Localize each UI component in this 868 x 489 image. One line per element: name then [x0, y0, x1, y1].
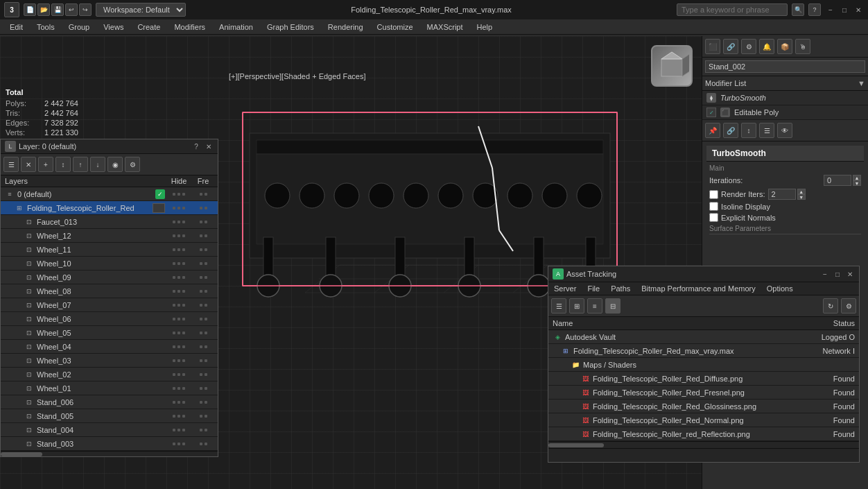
layer-row-wheel06[interactable]: ⊡Wheel_06: [1, 312, 218, 326]
new-icon[interactable]: 📄: [24, 3, 36, 16]
layer-row-wheel01[interactable]: ⊡Wheel_01: [1, 381, 218, 395]
asset-row-fresnel[interactable]: 🖼 Folding_Telescopic_Roller_Red_Fresnel.…: [548, 386, 859, 400]
layer-row-wheel05[interactable]: ⊡Wheel_05: [1, 326, 218, 340]
layers-tool-down[interactable]: ↓: [90, 157, 105, 172]
ts-renderiter-down[interactable]: ▼: [797, 194, 806, 200]
layer-row-0[interactable]: ≡ 0 (default) ✓: [1, 187, 218, 201]
layer-box-folding[interactable]: [153, 203, 165, 213]
asset-menu-file[interactable]: File: [587, 284, 600, 293]
open-icon[interactable]: 📂: [37, 3, 50, 16]
mod-check-ep[interactable]: ✓: [706, 108, 716, 117]
layers-tool-move[interactable]: ↕: [55, 157, 71, 172]
layer-row-wheel02[interactable]: ⊡Wheel_02: [1, 368, 218, 381]
asset-row-vault[interactable]: ◈ Autodesk Vault Logged O: [548, 330, 859, 344]
modifier-list-arrow[interactable]: ▼: [858, 79, 865, 87]
layers-tool-list[interactable]: ☰: [3, 157, 19, 172]
ts-iterations-arrows[interactable]: ▲ ▼: [853, 175, 861, 186]
mod-tool-display[interactable]: 👁: [777, 123, 792, 138]
modifier-editablepoly[interactable]: ✓ ⬛ Editable Poly: [702, 105, 868, 120]
layers-panel-header[interactable]: L Layer: 0 (default) ? ✕: [1, 139, 218, 154]
asset-row-reflection[interactable]: 🖼 Folding_Telescopic_Roller_red_Reflecti…: [548, 427, 859, 441]
asset-panel-close[interactable]: ✕: [845, 269, 855, 279]
layer-row-wheel09[interactable]: ⊡Wheel_09: [1, 271, 218, 284]
layer-row-stand004[interactable]: ⊡Stand_004: [1, 423, 218, 437]
menu-edit[interactable]: Edit: [3, 22, 30, 33]
rp-icon5[interactable]: 📦: [777, 39, 792, 54]
asset-tool-settings[interactable]: ⚙: [841, 298, 856, 314]
layer-row-wheel11[interactable]: ⊡Wheel_11: [1, 243, 218, 257]
ts-iterations-down[interactable]: ▼: [853, 180, 861, 186]
layers-scroll-thumb[interactable]: [1, 452, 42, 456]
help-icon[interactable]: ?: [808, 3, 821, 16]
search-input[interactable]: [677, 3, 788, 16]
layer-check-0[interactable]: ✓: [155, 189, 165, 199]
mod-tool-move[interactable]: ↕: [741, 123, 756, 138]
rp-icon1[interactable]: ⬛: [705, 39, 720, 54]
ts-renderiter-up[interactable]: ▲: [797, 189, 806, 194]
mod-tool-pin[interactable]: 📌: [705, 123, 720, 138]
ts-renderiter-input[interactable]: [768, 189, 796, 200]
layers-scrollbar[interactable]: [1, 451, 218, 456]
ts-iterations-up[interactable]: ▲: [853, 175, 861, 180]
menu-modifiers[interactable]: Modifiers: [167, 22, 212, 33]
layer-row-stand005[interactable]: ⊡Stand_005: [1, 409, 218, 423]
asset-panel-header[interactable]: A Asset Tracking − □ ✕: [548, 266, 859, 282]
asset-scrollbar-h[interactable]: [548, 441, 859, 448]
layer-row-wheel12[interactable]: ⊡Wheel_12: [1, 229, 218, 243]
rp-icon3[interactable]: ⚙: [741, 39, 756, 54]
layer-row-wheel10[interactable]: ⊡Wheel_10: [1, 257, 218, 271]
layers-panel-help[interactable]: ?: [191, 141, 201, 151]
asset-menu-paths[interactable]: Paths: [611, 284, 630, 293]
layer-row-wheel07[interactable]: ⊡Wheel_07: [1, 298, 218, 312]
workspace-selector[interactable]: Workspace: Default: [96, 3, 186, 17]
asset-menu-bitmap[interactable]: Bitmap Performance and Memory: [641, 284, 755, 293]
asset-tool-refresh[interactable]: ↻: [823, 298, 838, 314]
save-icon[interactable]: 💾: [51, 3, 64, 16]
menu-create[interactable]: Create: [130, 22, 167, 33]
minimize-button[interactable]: −: [825, 4, 836, 15]
asset-tool-grid[interactable]: ⊞: [569, 298, 584, 314]
layer-row-wheel04[interactable]: ⊡Wheel_04: [1, 340, 218, 354]
mod-tool-options[interactable]: ☰: [759, 123, 774, 138]
menu-group[interactable]: Group: [62, 22, 97, 33]
rp-icon2[interactable]: 🔗: [723, 39, 738, 54]
layer-row-wheel08[interactable]: ⊡Wheel_08: [1, 284, 218, 298]
layers-tool-up[interactable]: ↑: [73, 157, 88, 172]
layers-tool-options[interactable]: ⚙: [125, 157, 140, 172]
menu-rendering[interactable]: Rendering: [321, 22, 370, 33]
asset-row-diffuse[interactable]: 🖼 Folding_Telescopic_Roller_Red_Diffuse.…: [548, 372, 859, 386]
layer-row-faucet[interactable]: ⊡Faucet_013: [1, 215, 218, 229]
layers-tool-add[interactable]: +: [38, 157, 53, 172]
asset-scroll-thumb[interactable]: [548, 443, 604, 447]
ts-iterations-spinner[interactable]: ▲ ▼: [824, 175, 861, 186]
rp-icon4[interactable]: 🔔: [759, 39, 774, 54]
mod-tool-link[interactable]: 🔗: [723, 123, 738, 138]
maximize-button[interactable]: □: [839, 4, 850, 15]
ts-iterations-input[interactable]: [824, 175, 851, 186]
asset-row-maps[interactable]: 📁 Maps / Shaders: [548, 358, 859, 372]
layers-tool-delete[interactable]: ✕: [21, 157, 36, 172]
asset-menu-options[interactable]: Options: [767, 284, 793, 293]
asset-panel-maximize[interactable]: □: [833, 269, 842, 279]
menu-animation[interactable]: Animation: [212, 22, 260, 33]
nav-cube[interactable]: [648, 42, 696, 90]
redo-icon[interactable]: ↪: [79, 3, 92, 16]
asset-tool-icons[interactable]: ⊟: [605, 298, 620, 314]
menu-graph-editors[interactable]: Graph Editors: [260, 22, 321, 33]
asset-tool-details[interactable]: ≡: [587, 298, 602, 314]
asset-row-normal[interactable]: 🖼 Folding_Telescopic_Roller_Red_Normal.p…: [548, 413, 859, 427]
search-icon[interactable]: 🔍: [792, 3, 804, 16]
layers-tool-select[interactable]: ◉: [107, 157, 123, 172]
close-button[interactable]: ✕: [853, 4, 864, 15]
menu-customize[interactable]: Customize: [370, 22, 420, 33]
modifier-turbosmooth[interactable]: ⧫ TurboSmooth: [702, 91, 868, 105]
asset-tool-list[interactable]: ☰: [551, 298, 566, 314]
object-name-input[interactable]: [705, 60, 865, 73]
ts-explicit-checkbox[interactable]: [709, 213, 718, 222]
menu-views[interactable]: Views: [96, 22, 130, 33]
asset-panel-minimize[interactable]: −: [820, 269, 830, 279]
menu-tools[interactable]: Tools: [30, 22, 62, 33]
rp-icon6[interactable]: 🖱: [795, 39, 810, 54]
modifier-list-bar[interactable]: Modifier List ▼: [702, 76, 868, 91]
asset-row-glossiness[interactable]: 🖼 Folding_Telescopic_Roller_Red_Glossine…: [548, 400, 859, 413]
